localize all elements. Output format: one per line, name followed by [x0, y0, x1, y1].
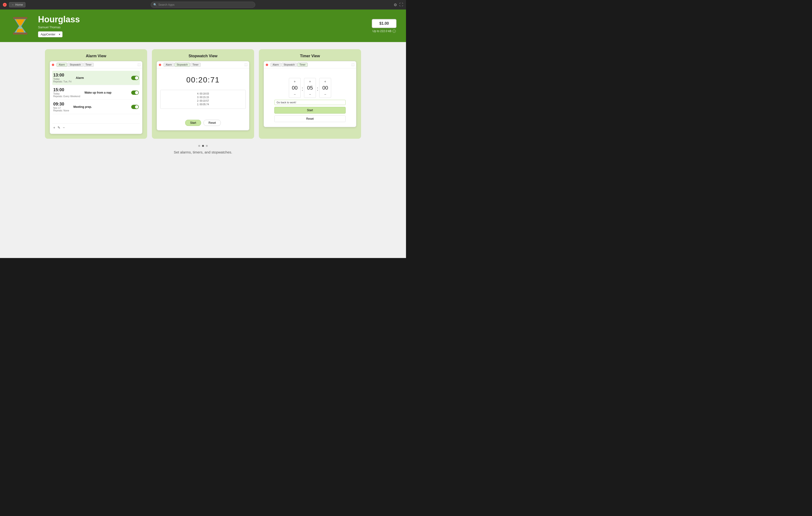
stopwatch-start-button[interactable]: Start — [185, 120, 201, 126]
timer-colon-2: : — [316, 86, 319, 92]
app-title: Hourglass — [38, 14, 365, 25]
timer-reset-button[interactable]: Reset — [274, 116, 345, 122]
lap-3: 3: 00:15:15 — [162, 95, 244, 99]
remove-alarm-button[interactable]: − — [63, 126, 65, 129]
alarm-tab-alarm[interactable]: Alarm — [57, 63, 67, 67]
price-button[interactable]: $1.00 — [372, 19, 397, 28]
alarm-1-label: Alarm — [74, 76, 129, 80]
alarm-3-date: Nov 17 — [53, 107, 69, 109]
alarm-item-3: 09:30 Nov 17 Repeats: None Meeting prep. — [52, 100, 140, 114]
alarm-tab-timer[interactable]: Timer — [83, 63, 94, 67]
app-author: Samuel Thomas — [38, 25, 365, 29]
alarm-3-label: Meeting prep. — [71, 105, 129, 109]
timer-view-title: Timer View — [300, 54, 320, 58]
carousel-dot-2[interactable] — [202, 145, 204, 147]
minutes-display: 05 — [307, 84, 313, 92]
stopwatch-view-title: Stopwatch View — [188, 54, 218, 58]
timer-mock-window: Alarm Stopwatch Timer ⛶ + 00 − — [264, 61, 356, 127]
add-alarm-button[interactable]: + — [53, 126, 55, 129]
price-section: $1.00 Up to 222.0 kB i — [372, 19, 397, 33]
main-content: Alarm View Alarm Stopwatch Timer ⛶ — [0, 42, 406, 258]
alarm-tab-stopwatch[interactable]: Stopwatch — [67, 63, 83, 67]
timer-view-card: Timer View Alarm Stopwatch Timer ⛶ — [259, 49, 361, 139]
sw-tab-timer[interactable]: Timer — [191, 63, 201, 67]
app-header: Hourglass Samuel Thomas AppCenter ▼ $1.0… — [0, 9, 406, 42]
seconds-plus-button[interactable]: + — [324, 79, 327, 84]
download-info: Up to 222.0 kB i — [373, 29, 396, 33]
alarm-1-time: 13:00 — [53, 73, 71, 78]
alarm-toolbar: + ✎ − — [52, 124, 140, 131]
seconds-display: 00 — [322, 84, 328, 92]
lap-1: 1: 00:05:74 — [162, 103, 244, 106]
timer-colon-1: : — [301, 86, 304, 92]
alarm-item-2: 15:00 Today Repeats: Every Weekend Wake … — [52, 86, 140, 100]
carousel-dot-3[interactable] — [206, 145, 208, 147]
titlebar: × ← Home 🔍 Search Apps ⚙ ⛶ — [0, 0, 406, 9]
hours-display: 00 — [292, 84, 298, 92]
lap-2: 2: 00:10:57 — [162, 99, 244, 103]
alarm-3-toggle[interactable] — [131, 105, 139, 109]
timer-seconds-unit: + 00 − — [319, 78, 331, 98]
hourglass-svg — [11, 16, 30, 36]
close-button[interactable]: × — [3, 3, 7, 7]
hours-plus-button[interactable]: + — [293, 79, 296, 84]
alarm-2-repeat: Repeats: Every Weekend — [53, 95, 80, 98]
timer-tab-alarm[interactable]: Alarm — [270, 63, 281, 67]
svg-point-2 — [20, 26, 21, 27]
carousel-dot-1[interactable] — [198, 145, 200, 147]
sw-tab-alarm[interactable]: Alarm — [164, 63, 174, 67]
timer-controls: + 00 − : + 05 − : — [266, 75, 354, 124]
hours-minus-button[interactable]: − — [293, 92, 296, 97]
alarm-view-card: Alarm View Alarm Stopwatch Timer ⛶ — [45, 49, 147, 139]
search-bar[interactable]: 🔍 Search Apps — [151, 2, 255, 8]
carousel-dots — [198, 145, 208, 147]
minutes-plus-button[interactable]: + — [309, 79, 311, 84]
stopwatch-mock-window: Alarm Stopwatch Timer ⛶ 00:20:71 4: 00:1… — [157, 61, 249, 130]
timer-label-input[interactable] — [274, 100, 345, 105]
info-icon: i — [393, 29, 396, 33]
svg-rect-0 — [13, 17, 27, 19]
source-dropdown[interactable]: AppCenter — [38, 31, 62, 37]
timer-hours-unit: + 00 − — [289, 78, 301, 98]
mock-close-timer — [266, 64, 268, 66]
timer-minutes-unit: + 05 − — [304, 78, 316, 98]
mock-close-alarm — [52, 64, 54, 66]
timer-spinners: + 00 − : + 05 − : — [289, 78, 331, 98]
settings-icon[interactable]: ⚙ — [394, 3, 397, 7]
app-icon — [9, 15, 31, 37]
sw-tab-stopwatch[interactable]: Stopwatch — [174, 63, 190, 67]
source-dropdown-wrapper: AppCenter ▼ — [38, 31, 62, 37]
alarm-2-time: 15:00 — [53, 87, 80, 92]
alarm-2-label: Wake up from a nap — [83, 91, 129, 94]
footer-tagline: Set alarms, timers, and stopwatches. — [174, 150, 232, 154]
alarm-mock-window: Alarm Stopwatch Timer ⛶ 13:00 Today Repe… — [50, 61, 142, 134]
home-button[interactable]: ← Home — [9, 2, 25, 7]
lap-4: 4: 00:18:03 — [162, 92, 244, 95]
alarm-3-repeat: Repeats: None — [53, 109, 69, 112]
mock-maximize-sw[interactable]: ⛶ — [244, 63, 247, 66]
mock-close-sw — [159, 64, 161, 66]
fullscreen-icon[interactable]: ⛶ — [399, 3, 403, 7]
minutes-minus-button[interactable]: − — [309, 92, 311, 97]
alarm-view-title: Alarm View — [86, 54, 106, 58]
search-icon: 🔍 — [153, 3, 157, 6]
alarm-content: 13:00 Today Repeats: Tue, Fri Alarm 15:0… — [50, 68, 142, 134]
alarm-2-date: Today — [53, 92, 80, 95]
stopwatch-view-card: Stopwatch View Alarm Stopwatch Timer ⛶ 0… — [152, 49, 254, 139]
seconds-minus-button[interactable]: − — [324, 92, 327, 97]
stopwatch-buttons: Start Reset — [159, 118, 247, 128]
alarm-item-1: 13:00 Today Repeats: Tue, Fri Alarm — [52, 71, 140, 85]
edit-alarm-button[interactable]: ✎ — [58, 126, 60, 129]
stopwatch-content: 00:20:71 4: 00:18:03 3: 00:15:15 2: 00:1… — [157, 68, 249, 130]
screenshots-row: Alarm View Alarm Stopwatch Timer ⛶ — [7, 49, 399, 139]
alarm-2-toggle[interactable] — [131, 91, 139, 95]
mock-maximize-alarm[interactable]: ⛶ — [138, 63, 140, 66]
timer-tab-stopwatch[interactable]: Stopwatch — [282, 63, 297, 67]
timer-tab-timer[interactable]: Timer — [297, 63, 308, 67]
mock-maximize-timer[interactable]: ⛶ — [352, 63, 354, 66]
alarm-1-toggle[interactable] — [131, 76, 139, 80]
svg-rect-1 — [13, 33, 27, 35]
app-info: Hourglass Samuel Thomas AppCenter ▼ — [38, 14, 365, 37]
timer-start-button[interactable]: Start — [274, 107, 345, 114]
stopwatch-reset-button[interactable]: Reset — [203, 120, 221, 126]
